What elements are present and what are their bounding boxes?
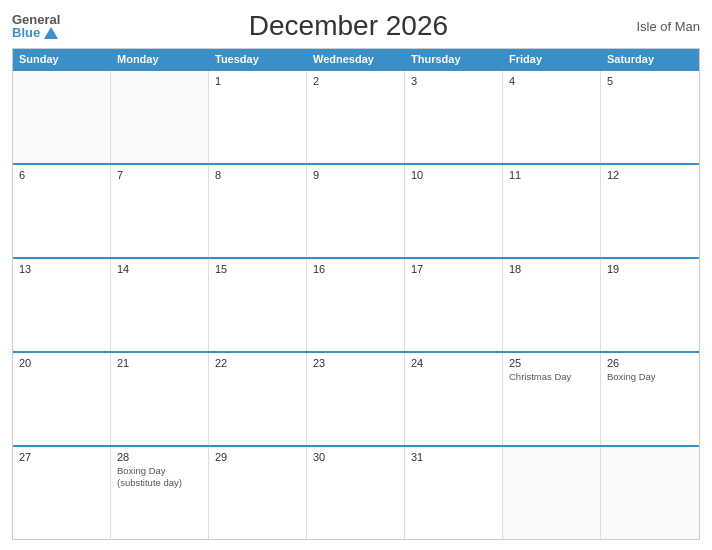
calendar-cell: 16 (307, 259, 405, 351)
calendar-cell: 21 (111, 353, 209, 445)
page: General Blue December 2026 Isle of Man S… (0, 0, 712, 550)
day-number: 16 (313, 263, 398, 275)
day-number: 7 (117, 169, 202, 181)
calendar-cell: 25Christmas Day (503, 353, 601, 445)
calendar-cell: 14 (111, 259, 209, 351)
calendar-cell (13, 71, 111, 163)
calendar-cell: 6 (13, 165, 111, 257)
event-label: Boxing Day (607, 371, 693, 383)
day-number: 22 (215, 357, 300, 369)
calendar-cell: 29 (209, 447, 307, 539)
day-number: 6 (19, 169, 104, 181)
calendar-cell: 2 (307, 71, 405, 163)
day-number: 13 (19, 263, 104, 275)
col-friday: Friday (503, 49, 601, 69)
col-monday: Monday (111, 49, 209, 69)
calendar-week-3: 13141516171819 (13, 257, 699, 351)
calendar-cell (601, 447, 699, 539)
day-number: 1 (215, 75, 300, 87)
calendar: Sunday Monday Tuesday Wednesday Thursday… (12, 48, 700, 540)
calendar-body: 1234567891011121314151617181920212223242… (13, 69, 699, 539)
day-number: 28 (117, 451, 202, 463)
day-number: 4 (509, 75, 594, 87)
day-number: 27 (19, 451, 104, 463)
day-number: 30 (313, 451, 398, 463)
day-number: 15 (215, 263, 300, 275)
col-sunday: Sunday (13, 49, 111, 69)
calendar-cell: 19 (601, 259, 699, 351)
calendar-cell: 20 (13, 353, 111, 445)
calendar-cell (503, 447, 601, 539)
calendar-cell: 5 (601, 71, 699, 163)
day-number: 18 (509, 263, 594, 275)
calendar-cell: 1 (209, 71, 307, 163)
calendar-title: December 2026 (249, 10, 448, 42)
day-number: 23 (313, 357, 398, 369)
calendar-cell: 31 (405, 447, 503, 539)
day-number: 5 (607, 75, 693, 87)
event-label: Boxing Day (117, 465, 202, 477)
header: General Blue December 2026 Isle of Man (12, 10, 700, 42)
calendar-cell: 13 (13, 259, 111, 351)
calendar-week-1: 12345 (13, 69, 699, 163)
calendar-header-row: Sunday Monday Tuesday Wednesday Thursday… (13, 49, 699, 69)
event-label: (substitute day) (117, 477, 202, 489)
day-number: 20 (19, 357, 104, 369)
day-number: 9 (313, 169, 398, 181)
logo-blue-text: Blue (12, 26, 60, 39)
day-number: 8 (215, 169, 300, 181)
event-label: Christmas Day (509, 371, 594, 383)
day-number: 11 (509, 169, 594, 181)
day-number: 3 (411, 75, 496, 87)
calendar-cell (111, 71, 209, 163)
calendar-cell: 3 (405, 71, 503, 163)
calendar-cell: 22 (209, 353, 307, 445)
calendar-cell: 8 (209, 165, 307, 257)
day-number: 25 (509, 357, 594, 369)
calendar-cell: 15 (209, 259, 307, 351)
calendar-cell: 4 (503, 71, 601, 163)
logo: General Blue (12, 13, 60, 39)
calendar-cell: 24 (405, 353, 503, 445)
col-thursday: Thursday (405, 49, 503, 69)
calendar-cell: 10 (405, 165, 503, 257)
calendar-cell: 17 (405, 259, 503, 351)
calendar-cell: 28Boxing Day(substitute day) (111, 447, 209, 539)
col-tuesday: Tuesday (209, 49, 307, 69)
calendar-week-2: 6789101112 (13, 163, 699, 257)
calendar-cell: 23 (307, 353, 405, 445)
calendar-cell: 30 (307, 447, 405, 539)
calendar-cell: 12 (601, 165, 699, 257)
col-wednesday: Wednesday (307, 49, 405, 69)
day-number: 29 (215, 451, 300, 463)
calendar-cell: 9 (307, 165, 405, 257)
day-number: 19 (607, 263, 693, 275)
day-number: 14 (117, 263, 202, 275)
calendar-cell: 18 (503, 259, 601, 351)
calendar-cell: 26Boxing Day (601, 353, 699, 445)
day-number: 24 (411, 357, 496, 369)
calendar-week-4: 202122232425Christmas Day26Boxing Day (13, 351, 699, 445)
day-number: 12 (607, 169, 693, 181)
calendar-cell: 11 (503, 165, 601, 257)
day-number: 21 (117, 357, 202, 369)
calendar-cell: 7 (111, 165, 209, 257)
logo-triangle-icon (44, 27, 58, 39)
col-saturday: Saturday (601, 49, 699, 69)
day-number: 2 (313, 75, 398, 87)
day-number: 26 (607, 357, 693, 369)
region-label: Isle of Man (636, 19, 700, 34)
calendar-week-5: 2728Boxing Day(substitute day)293031 (13, 445, 699, 539)
day-number: 17 (411, 263, 496, 275)
day-number: 31 (411, 451, 496, 463)
day-number: 10 (411, 169, 496, 181)
calendar-cell: 27 (13, 447, 111, 539)
